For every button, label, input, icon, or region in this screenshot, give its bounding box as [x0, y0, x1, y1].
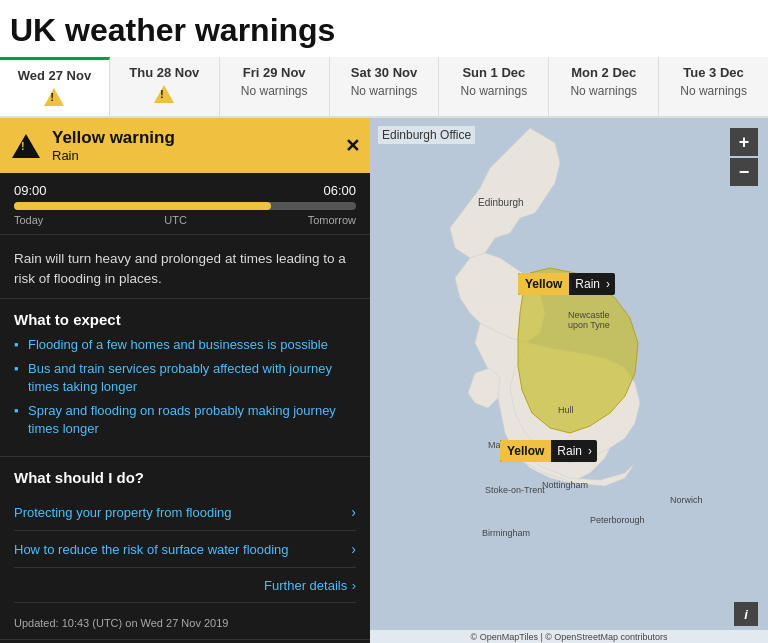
zoom-in-button[interactable]: +: [730, 128, 758, 156]
list-item: Spray and flooding on roads probably mak…: [14, 402, 356, 438]
met-office-label: Edinburgh Office: [378, 126, 475, 144]
time-start: 09:00: [14, 183, 47, 198]
chevron-right-icon: ›: [352, 578, 356, 593]
page-title: UK weather warnings: [0, 0, 768, 57]
badge-yellow-label: Yellow: [500, 440, 551, 462]
link-flooding[interactable]: Protecting your property from flooding ›: [14, 494, 356, 531]
warning-level: Yellow warning: [52, 128, 175, 148]
tab-mon2[interactable]: Mon 2 Dec No warnings: [549, 57, 659, 116]
map-attribution: © OpenMapTiles | © OpenStreetMap contrib…: [370, 630, 768, 643]
tab-fri29[interactable]: Fri 29 Nov No warnings: [220, 57, 330, 116]
svg-text:Hull: Hull: [558, 405, 574, 415]
warning-triangle-icon: [12, 134, 40, 158]
warning-description: Rain will turn heavy and prolonged at ti…: [0, 235, 370, 299]
link-surface-water[interactable]: How to reduce the risk of surface water …: [14, 531, 356, 568]
time-bar: [14, 202, 356, 210]
should-title: What should I do?: [14, 469, 356, 486]
tab-sun1[interactable]: Sun 1 Dec No warnings: [439, 57, 549, 116]
should-section: What should I do? Protecting your proper…: [0, 457, 370, 607]
time-bar-fill: [14, 202, 271, 210]
warning-header: Yellow warning Rain ✕: [0, 118, 370, 173]
svg-text:upon Tyne: upon Tyne: [568, 320, 610, 330]
map-badge-mid[interactable]: Yellow Rain ›: [500, 440, 597, 462]
time-end: 06:00: [323, 183, 356, 198]
tab-sat30[interactable]: Sat 30 Nov No warnings: [330, 57, 440, 116]
tab-thu28[interactable]: Thu 28 Nov !: [110, 57, 220, 116]
expect-title: What to expect: [14, 311, 356, 328]
time-mid-label: UTC: [164, 214, 187, 226]
date-tabs: Wed 27 Nov ! Thu 28 Nov ! Fri 29 Nov No …: [0, 57, 768, 118]
badge-rain-label: Rain: [551, 440, 588, 462]
badge-rain-label: Rain: [569, 273, 606, 295]
svg-text:Peterborough: Peterborough: [590, 515, 645, 525]
list-item: Bus and train services probably affected…: [14, 360, 356, 396]
warning-icon-wed: !: [44, 88, 64, 106]
time-start-label: Today: [14, 214, 43, 226]
map-info-button[interactable]: i: [734, 602, 758, 626]
warning-type: Rain: [52, 148, 175, 163]
chevron-right-icon: ›: [351, 541, 356, 557]
further-details-row[interactable]: Further details ›: [14, 568, 356, 603]
map-badge-top[interactable]: Yellow Rain ›: [518, 273, 615, 295]
map-controls: + −: [730, 128, 758, 186]
map-panel: Edinburgh Newcastle upon Tyne Hull Manch…: [370, 118, 768, 643]
expect-list: Flooding of a few homes and businesses i…: [14, 336, 356, 439]
updated-section: Updated: 10:43 (UTC) on Wed 27 Nov 2019: [0, 607, 370, 640]
warning-icon-thu: !: [154, 85, 174, 103]
svg-text:Birmingham: Birmingham: [482, 528, 530, 538]
time-end-label: Tomorrow: [308, 214, 356, 226]
svg-text:Nottingham: Nottingham: [542, 480, 588, 490]
left-panel: Yellow warning Rain ✕ 09:00 06:00 Today …: [0, 118, 370, 643]
svg-text:Stoke-on-Trent: Stoke-on-Trent: [485, 485, 545, 495]
close-button[interactable]: ✕: [345, 135, 360, 157]
badge-yellow-label: Yellow: [518, 273, 569, 295]
tab-wed27[interactable]: Wed 27 Nov !: [0, 57, 110, 116]
svg-text:Edinburgh: Edinburgh: [478, 197, 524, 208]
uk-map: Edinburgh Newcastle upon Tyne Hull Manch…: [370, 118, 768, 643]
badge-arrow-icon: ›: [606, 277, 615, 291]
svg-text:Newcastle: Newcastle: [568, 310, 610, 320]
chevron-right-icon: ›: [351, 504, 356, 520]
main-layout: Yellow warning Rain ✕ 09:00 06:00 Today …: [0, 118, 768, 643]
list-item: Flooding of a few homes and businesses i…: [14, 336, 356, 354]
map-container: Edinburgh Newcastle upon Tyne Hull Manch…: [370, 118, 768, 643]
expect-section: What to expect Flooding of a few homes a…: [0, 299, 370, 458]
time-bar-section: 09:00 06:00 Today UTC Tomorrow: [0, 173, 370, 235]
zoom-out-button[interactable]: −: [730, 158, 758, 186]
tab-tue3[interactable]: Tue 3 Dec No warnings: [659, 57, 768, 116]
svg-text:Norwich: Norwich: [670, 495, 703, 505]
badge-arrow-icon: ›: [588, 444, 597, 458]
